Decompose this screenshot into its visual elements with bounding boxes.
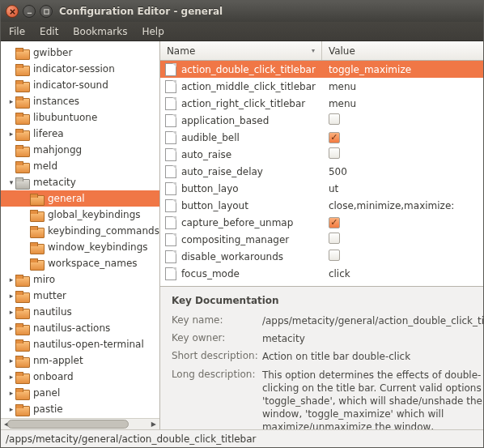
table-row[interactable]: disable_workarounds [160,248,484,265]
expander-icon[interactable]: ▸ [7,130,15,138]
checkbox[interactable] [329,147,340,159]
table-row[interactable]: action_double_click_titlebartoggle_maxim… [160,61,484,78]
tree-item-general[interactable]: general [1,190,159,207]
row-value[interactable]: ut [322,183,484,194]
row-value[interactable] [322,250,484,263]
checkbox[interactable] [329,132,340,143]
tree-item-liferea[interactable]: ▸liferea [1,126,159,142]
expander-icon[interactable]: ▸ [7,308,15,316]
table-row[interactable]: button_layout [160,180,484,197]
minimize-icon[interactable] [23,5,36,18]
row-name: audible_bell [181,132,240,143]
row-name: button_layo [181,183,239,194]
folder-icon [15,388,28,399]
close-icon[interactable] [6,5,19,18]
table-body[interactable]: action_double_click_titlebartoggle_maxim… [160,61,484,286]
menubar: File Edit Bookmarks Help [1,22,483,41]
table-row[interactable]: action_middle_click_titlebarmenu [160,78,484,95]
tree-item-indicator-session[interactable]: indicator-session [1,61,159,77]
maximize-icon[interactable] [40,5,53,18]
expander-icon[interactable]: ▸ [7,373,15,381]
row-value[interactable]: 500 [322,166,484,177]
table-row[interactable]: auto_raise [160,146,484,163]
table-row[interactable]: application_based [160,112,484,129]
tree-item-indicator-sound[interactable]: indicator-sound [1,77,159,93]
table-row[interactable]: compositing_manager [160,231,484,248]
tree-item-pastie[interactable]: ▸pastie [1,401,159,417]
table-row[interactable]: auto_raise_delay500 [160,163,484,180]
tree-item-metacity[interactable]: ▾metacity [1,174,159,190]
tree-item-meld[interactable]: meld [1,158,159,174]
row-name: action_double_click_titlebar [181,64,316,75]
expander-icon[interactable]: ▸ [7,389,15,397]
folder-icon [15,129,28,139]
tree-item-workspace_names[interactable]: workspace_names [1,255,159,271]
menu-help[interactable]: Help [142,26,163,37]
kd-label-key-name: Key name: [172,314,262,327]
tree-item-nautilus-open-terminal[interactable]: nautilus-open-terminal [1,336,159,352]
table-row[interactable]: audible_bell [160,129,484,146]
expander-icon[interactable]: ▸ [7,324,15,332]
row-value[interactable]: menu [322,98,484,109]
tree-item-nautilus[interactable]: ▸nautilus [1,304,159,320]
tree-item-window_keybindings[interactable]: window_keybindings [1,239,159,255]
tree-item-miro[interactable]: ▸miro [1,271,159,288]
property-icon [165,165,176,178]
column-header-name[interactable]: Name ▾ [160,41,322,60]
menu-edit[interactable]: Edit [40,26,58,37]
expander-icon[interactable]: ▾ [7,178,15,186]
row-value[interactable] [322,147,484,161]
tree-item-keybinding_commands[interactable]: keybinding_commands [1,223,159,239]
expander-icon[interactable]: ▸ [7,356,15,365]
tree-item-label: gwibber [32,47,72,58]
table-row[interactable]: capture_before_unmap [160,214,484,231]
tree-item-mahjongg[interactable]: mahjongg [1,142,159,158]
property-icon [165,97,176,110]
folder-icon [15,145,28,156]
row-value[interactable]: close,minimize,maximize: [322,200,484,211]
tree-item-onboard[interactable]: ▸onboard [1,369,159,385]
row-value[interactable] [322,216,484,228]
row-value[interactable] [322,233,484,246]
row-value[interactable]: toggle_maximize [322,64,484,75]
horizontal-scrollbar[interactable]: ◀▶ [1,418,159,429]
tree-item-label: indicator-sound [32,79,108,91]
kd-label-short: Short description: [172,350,262,363]
tree-item-nautilus-actions[interactable]: ▸nautilus-actions [1,320,159,336]
tree-item-label: libubuntuone [32,112,97,123]
tree-item-instances[interactable]: ▸instances [1,93,159,109]
tree-item-label: workspace_names [46,258,138,269]
table-row[interactable]: action_right_click_titlebarmenu [160,95,484,112]
tree-item-mutter[interactable]: ▸mutter [1,288,159,304]
property-icon [165,80,176,93]
expander-icon[interactable]: ▸ [7,292,15,300]
row-value[interactable]: menu [322,81,484,92]
checkbox[interactable] [329,250,340,261]
key-doc-heading: Key Documentation [172,295,484,306]
row-value[interactable]: click [322,268,484,279]
tree-item-libubuntuone[interactable]: libubuntuone [1,109,159,126]
expander-icon[interactable]: ▸ [7,275,15,284]
kd-value-long: This option determines the effects of do… [262,369,484,429]
folder-icon [30,226,43,237]
table-row[interactable]: focus_modeclick [160,265,484,282]
tree-view[interactable]: gwibberindicator-sessionindicator-sound▸… [1,41,159,418]
expander-icon[interactable]: ▸ [7,97,15,105]
checkbox[interactable] [329,233,340,244]
menu-file[interactable]: File [9,26,25,37]
tree-item-global_keybindings[interactable]: global_keybindings [1,207,159,223]
tree-item-gwibber[interactable]: gwibber [1,45,159,61]
tree-item-nm-applet[interactable]: ▸nm-applet [1,352,159,369]
window-title: Configuration Editor - general [59,6,223,17]
row-value[interactable] [322,131,484,143]
checkbox[interactable] [329,217,340,228]
table-row[interactable]: button_layoutclose,minimize,maximize: [160,197,484,214]
expander-icon[interactable]: ▸ [7,405,15,413]
menu-bookmarks[interactable]: Bookmarks [73,26,127,37]
tree-item-label: panel [32,387,60,399]
row-name: auto_raise_delay [181,166,263,177]
tree-item-panel[interactable]: ▸panel [1,385,159,401]
row-value[interactable] [322,113,484,127]
column-header-value[interactable]: Value [322,41,484,60]
checkbox[interactable] [329,113,340,125]
